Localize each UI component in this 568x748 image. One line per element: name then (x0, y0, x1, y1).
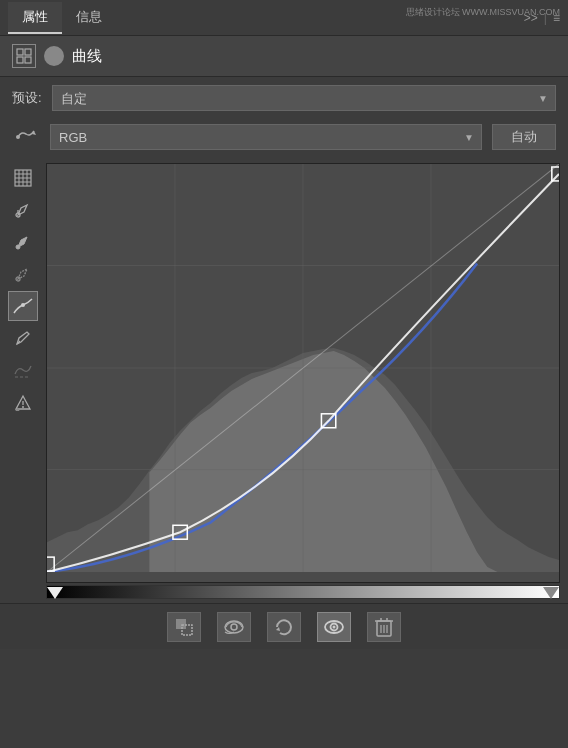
grid-icon (12, 44, 36, 68)
svg-rect-0 (17, 49, 23, 55)
svg-point-24 (22, 406, 24, 408)
delete-button[interactable] (367, 612, 401, 642)
preset-label: 预设: (12, 89, 42, 107)
white-point-eyedropper[interactable] (8, 163, 38, 193)
preset-row: 预设: 自定 ▼ (0, 77, 568, 119)
black-point-slider[interactable] (47, 587, 63, 599)
svg-point-4 (16, 135, 20, 139)
curve-area: ▲ (0, 159, 568, 603)
tab-info[interactable]: 信息 (62, 2, 116, 34)
expand-icon[interactable]: >> (524, 11, 538, 25)
tools-panel: ▲ (8, 163, 42, 599)
svg-rect-1 (25, 49, 31, 55)
channel-select-wrapper: RGB ▼ (50, 124, 482, 150)
white-point-slider[interactable] (543, 587, 559, 599)
preset-select-wrapper: 自定 ▼ (52, 85, 556, 111)
svg-point-42 (231, 624, 237, 630)
preview-button[interactable] (217, 612, 251, 642)
header-right: >> | ≡ (524, 11, 560, 25)
clipping-warning-tool[interactable]: ▲ (8, 387, 38, 417)
auto-button[interactable]: 自动 (492, 124, 556, 150)
select-subject-button[interactable] (167, 612, 201, 642)
visibility-button[interactable] (317, 612, 351, 642)
svg-point-15 (16, 245, 20, 249)
channel-row: RGB ▼ 自动 (0, 119, 568, 159)
curve-adjust-tool[interactable] (8, 291, 38, 321)
curve-svg (47, 164, 559, 582)
channel-select[interactable]: RGB (50, 124, 482, 150)
menu-icon[interactable]: ≡ (553, 11, 560, 25)
channel-adjust-icon[interactable] (12, 123, 40, 151)
svg-text:▲: ▲ (14, 405, 21, 412)
circle-icon (44, 46, 64, 66)
eyedropper-highlight[interactable] (8, 259, 38, 289)
reset-button[interactable] (267, 612, 301, 642)
bottom-toolbar (0, 603, 568, 649)
eyedropper-shadow[interactable] (8, 195, 38, 225)
curve-graph[interactable] (46, 163, 560, 583)
svg-point-17 (21, 303, 25, 307)
svg-rect-2 (17, 57, 23, 63)
svg-point-46 (333, 625, 336, 628)
curve-graph-wrapper (46, 163, 560, 599)
svg-rect-3 (25, 57, 31, 63)
preset-select[interactable]: 自定 (52, 85, 556, 111)
pencil-draw-tool[interactable] (8, 323, 38, 353)
smooth-curve-tool (8, 355, 38, 385)
section-title-bar: 曲线 (0, 36, 568, 77)
tab-properties[interactable]: 属性 (8, 2, 62, 34)
input-slider-row (46, 585, 560, 599)
section-title-text: 曲线 (72, 47, 102, 66)
input-gradient-bar[interactable] (46, 585, 560, 599)
svg-rect-39 (176, 619, 186, 629)
svg-point-41 (225, 621, 243, 633)
header-tabs: 属性 信息 >> | ≡ (0, 0, 568, 36)
svg-marker-43 (276, 627, 280, 631)
eyedropper-midtone[interactable] (8, 227, 38, 257)
